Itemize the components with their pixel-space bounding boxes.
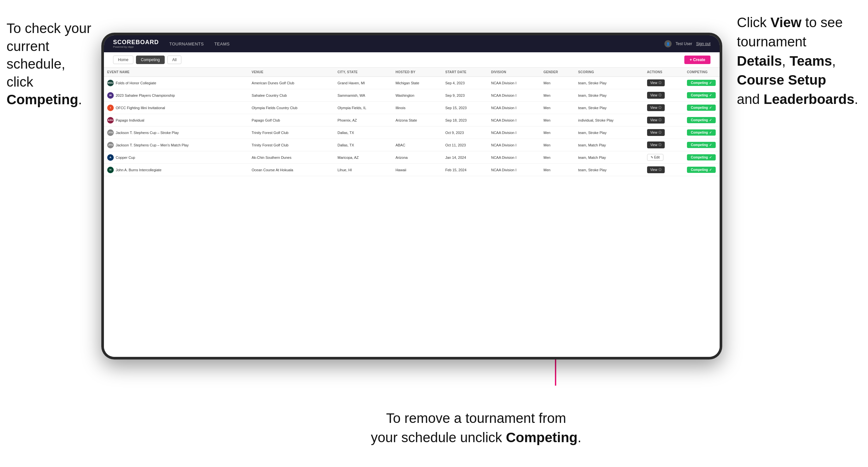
table-container[interactable]: EVENT NAME VENUE CITY, STATE HOSTED BY S… [104, 68, 720, 357]
header-right: 👤 Test User Sign out [664, 40, 711, 48]
app-main: Home Competing All + Create EVENT NAME V… [104, 52, 720, 357]
nav-tournaments[interactable]: TOURNAMENTS [169, 40, 204, 48]
edit-button[interactable]: ✎ Edit [647, 154, 663, 161]
actions-cell: View ⓘ [644, 102, 684, 114]
team-logo: I [107, 104, 114, 111]
event-name: Jackson T. Stephens Cup – Stroke Play [116, 131, 179, 135]
competing-cell: Competing [684, 164, 720, 176]
cell-division: NCAA Division I [488, 151, 540, 164]
cell-hosted-by [392, 126, 442, 139]
cell-city-state: Olympia Fields, IL [334, 102, 392, 114]
team-logo: H [107, 167, 114, 173]
event-name-cell: ACopper Cup [104, 151, 248, 164]
col-hosted-by: HOSTED BY [392, 68, 442, 77]
cell-city-state: Dallas, TX [334, 139, 392, 151]
scoreboard-powered: Powered by clippi [113, 46, 159, 49]
cell-city-state: Dallas, TX [334, 126, 392, 139]
event-name: 2023 Sahalee Players Championship [116, 93, 175, 97]
competing-button[interactable]: Competing [687, 104, 716, 111]
cell-city-state: Phoenix, AZ [334, 114, 392, 126]
annotation-bottom: To remove a tournament from your schedul… [371, 409, 581, 447]
col-scoring: SCORING [575, 68, 644, 77]
competing-button[interactable]: Competing [687, 80, 716, 86]
table-row: JTSJackson T. Stephens Cup – Stroke Play… [104, 126, 720, 139]
view-button[interactable]: View ⓘ [647, 92, 665, 99]
cell-gender: Men [540, 126, 575, 139]
nav-links: TOURNAMENTS TEAMS [169, 40, 230, 48]
cell-scoring: team, Match Play [575, 139, 644, 151]
competing-button[interactable]: Competing [687, 167, 716, 173]
view-button[interactable]: View ⓘ [647, 166, 665, 173]
cell-gender: Men [540, 102, 575, 114]
cell-hosted-by: Washington [392, 89, 442, 102]
scoreboard-title: SCOREBOARD [113, 39, 159, 45]
event-name: OFCC Fighting Illini Invitational [116, 106, 165, 110]
header-signout[interactable]: Sign out [696, 41, 711, 46]
competing-cell: Competing [684, 151, 720, 164]
user-icon: 👤 [664, 40, 672, 48]
cell-gender: Men [540, 164, 575, 176]
col-start-date: START DATE [442, 68, 488, 77]
cell-start-date: Jan 14, 2024 [442, 151, 488, 164]
competing-button[interactable]: Competing [687, 129, 716, 136]
cell-gender: Men [540, 139, 575, 151]
competing-button[interactable]: Competing [687, 92, 716, 98]
cell-gender: Men [540, 89, 575, 102]
col-actions: ACTIONS [644, 68, 684, 77]
tab-all[interactable]: All [167, 56, 181, 64]
cell-division: NCAA Division I [488, 139, 540, 151]
app-container: SCOREBOARD Powered by clippi TOURNAMENTS… [104, 35, 720, 357]
create-button[interactable]: + Create [684, 56, 711, 64]
event-name-cell: ASUPapago Individual [104, 114, 248, 126]
event-name-cell: JTSJackson T. Stephens Cup – Men's Match… [104, 139, 248, 151]
event-name-cell: MSUFolds of Honor Collegiate [104, 77, 248, 89]
actions-cell: View ⓘ [644, 139, 684, 151]
competing-cell: Competing [684, 139, 720, 151]
cell-hosted-by: Hawaii [392, 164, 442, 176]
actions-cell: View ⓘ [644, 114, 684, 126]
cell-venue: American Dunes Golf Club [248, 77, 334, 89]
cell-hosted-by: Illinois [392, 102, 442, 114]
scoreboard-logo: SCOREBOARD Powered by clippi [113, 39, 159, 49]
table-row: JTSJackson T. Stephens Cup – Men's Match… [104, 139, 720, 151]
team-logo: ASU [107, 117, 114, 124]
header-username: Test User [676, 41, 692, 46]
cell-city-state: Sammamish, WA [334, 89, 392, 102]
col-gender: GENDER [540, 68, 575, 77]
table-header-row: EVENT NAME VENUE CITY, STATE HOSTED BY S… [104, 68, 720, 77]
actions-cell: ✎ Edit [644, 151, 684, 164]
cell-venue: Olympia Fields Country Club [248, 102, 334, 114]
col-division: DIVISION [488, 68, 540, 77]
tab-home[interactable]: Home [113, 56, 133, 64]
nav-teams[interactable]: TEAMS [214, 40, 230, 48]
cell-hosted-by: Michigan State [392, 77, 442, 89]
cell-gender: Men [540, 151, 575, 164]
tournaments-table: EVENT NAME VENUE CITY, STATE HOSTED BY S… [104, 68, 720, 176]
event-name-cell: IOFCC Fighting Illini Invitational [104, 102, 248, 114]
event-name: Folds of Honor Collegiate [116, 81, 156, 85]
table-row: HJohn A. Burns IntercollegiateOcean Cour… [104, 164, 720, 176]
competing-cell: Competing [684, 77, 720, 89]
actions-cell: View ⓘ [644, 126, 684, 139]
cell-scoring: team, Match Play [575, 151, 644, 164]
view-button[interactable]: View ⓘ [647, 142, 665, 148]
table-row: ACopper CupAk-Chin Southern DunesMaricop… [104, 151, 720, 164]
cell-gender: Men [540, 77, 575, 89]
table-row: IOFCC Fighting Illini InvitationalOlympi… [104, 102, 720, 114]
view-button[interactable]: View ⓘ [647, 117, 665, 124]
cell-start-date: Oct 11, 2023 [442, 139, 488, 151]
view-button[interactable]: View ⓘ [647, 80, 665, 86]
view-button[interactable]: View ⓘ [647, 104, 665, 111]
view-button[interactable]: View ⓘ [647, 129, 665, 136]
team-logo: A [107, 154, 114, 161]
competing-button[interactable]: Competing [687, 154, 716, 160]
competing-button[interactable]: Competing [687, 142, 716, 148]
table-row: W2023 Sahalee Players ChampionshipSahale… [104, 89, 720, 102]
cell-start-date: Sep 18, 2023 [442, 114, 488, 126]
actions-cell: View ⓘ [644, 77, 684, 89]
team-logo: JTS [107, 142, 114, 148]
competing-cell: Competing [684, 126, 720, 139]
competing-button[interactable]: Competing [687, 117, 716, 123]
tab-competing[interactable]: Competing [136, 56, 165, 64]
cell-division: NCAA Division I [488, 114, 540, 126]
